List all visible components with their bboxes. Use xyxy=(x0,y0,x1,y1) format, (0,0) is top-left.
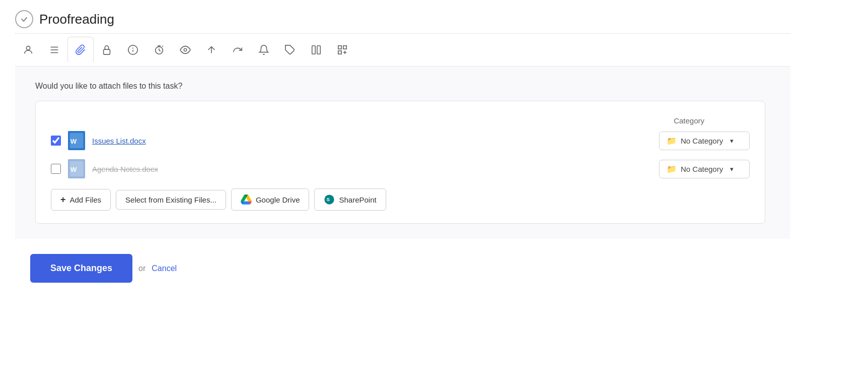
svg-rect-13 xyxy=(317,46,320,54)
file-2-word-icon: W xyxy=(68,159,85,178)
bell-icon[interactable] xyxy=(251,37,277,63)
toolbar xyxy=(15,34,790,66)
file-1-category-dropdown[interactable]: 📁 No Category ▾ xyxy=(659,132,750,150)
custom-fields-icon[interactable] xyxy=(329,37,355,63)
select-existing-button[interactable]: Select from Existing Files... xyxy=(116,190,226,210)
attach-question: Would you like to attach files to this t… xyxy=(35,82,770,91)
file-1-category-value: No Category xyxy=(681,137,723,145)
footer: Save Changes or Cancel xyxy=(15,239,790,298)
tag-icon[interactable] xyxy=(277,37,303,63)
footer-or-text: or xyxy=(138,264,146,273)
action-buttons: + Add Files Select from Existing Files..… xyxy=(51,188,750,211)
list-icon[interactable] xyxy=(41,37,67,63)
folder-icon-2: 📁 xyxy=(667,164,677,174)
paperclip-icon[interactable] xyxy=(67,37,94,63)
info-icon[interactable] xyxy=(120,37,146,63)
file-1-checkbox[interactable] xyxy=(51,136,61,146)
file-2-checkbox[interactable] xyxy=(51,164,61,174)
columns-icon[interactable] xyxy=(303,37,329,63)
category-header-label: Category xyxy=(674,116,704,125)
file-2-category-dropdown[interactable]: 📁 No Category ▾ xyxy=(659,160,750,178)
svg-rect-4 xyxy=(104,49,110,54)
sharepoint-icon: S xyxy=(324,194,335,205)
google-drive-icon xyxy=(241,194,252,205)
svg-rect-12 xyxy=(312,46,315,54)
add-files-button[interactable]: + Add Files xyxy=(51,189,111,211)
save-changes-button[interactable]: Save Changes xyxy=(30,254,132,283)
page-title: Proofreading xyxy=(39,12,114,27)
file-1-word-icon: W xyxy=(68,131,85,150)
file-2-category-value: No Category xyxy=(681,165,723,173)
eye-icon[interactable] xyxy=(172,37,198,63)
svg-point-9 xyxy=(184,48,187,51)
file-row: W Issues List.docx 📁 No Category ▾ xyxy=(51,131,750,150)
svg-rect-16 xyxy=(338,51,341,54)
svg-point-0 xyxy=(26,46,30,50)
plus-icon: + xyxy=(60,194,66,205)
file-2-name: Agenda Notes.docx xyxy=(92,165,158,173)
chevron-down-icon-2: ▾ xyxy=(730,165,734,173)
svg-rect-15 xyxy=(343,46,346,49)
content-area: Would you like to attach files to this t… xyxy=(15,66,790,239)
svg-text:W: W xyxy=(70,138,77,145)
redo-icon[interactable] xyxy=(225,37,251,63)
file-1-name[interactable]: Issues List.docx xyxy=(92,137,146,145)
person-icon[interactable] xyxy=(15,37,41,63)
google-drive-label: Google Drive xyxy=(256,196,300,204)
svg-text:S: S xyxy=(327,197,330,202)
folder-icon-1: 📁 xyxy=(667,136,677,146)
add-files-label: Add Files xyxy=(70,196,102,204)
task-status-icon[interactable] xyxy=(15,10,33,28)
svg-text:W: W xyxy=(70,166,77,173)
upload-icon[interactable] xyxy=(198,37,225,63)
stopwatch-icon[interactable] xyxy=(146,37,172,63)
sharepoint-button[interactable]: S SharePoint xyxy=(314,188,386,211)
select-existing-label: Select from Existing Files... xyxy=(125,196,216,204)
lock-icon[interactable] xyxy=(94,37,120,63)
file-row: W Agenda Notes.docx 📁 No Category ▾ xyxy=(51,159,750,178)
chevron-down-icon-1: ▾ xyxy=(730,137,734,145)
svg-rect-14 xyxy=(338,46,341,49)
attach-box: Category W Issues List.docx 📁 No Categor… xyxy=(35,101,765,224)
google-drive-button[interactable]: Google Drive xyxy=(231,188,310,211)
cancel-button[interactable]: Cancel xyxy=(152,264,177,273)
sharepoint-label: SharePoint xyxy=(339,196,376,204)
